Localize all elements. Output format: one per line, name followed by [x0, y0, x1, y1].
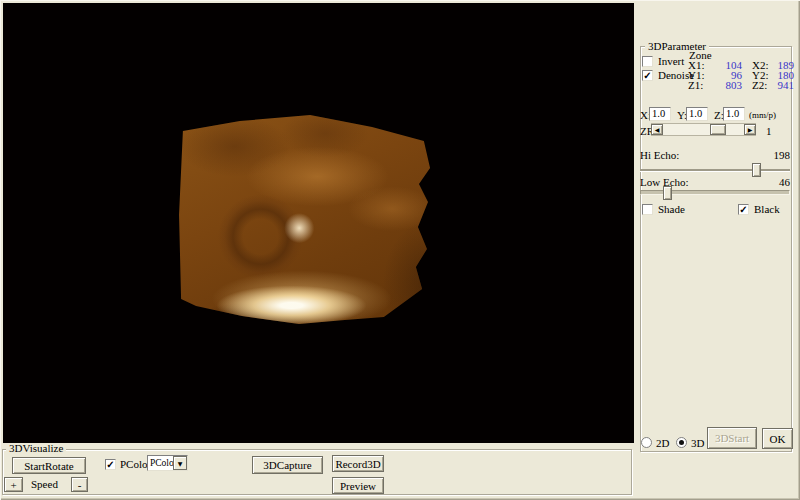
zone-z1-value: 803 — [710, 80, 742, 90]
invert-label: Invert — [658, 56, 684, 67]
speed-plus-button[interactable]: + — [4, 477, 23, 492]
hi-echo-label: Hi Echo: — [640, 150, 679, 161]
ok-button[interactable]: OK — [762, 428, 793, 449]
zone-z2-label: Z2: — [752, 80, 774, 90]
denoise-checkbox[interactable]: ✓ — [642, 70, 653, 81]
zrate-scrollbar[interactable]: ◀ ▶ — [651, 123, 756, 136]
low-echo-thumb[interactable] — [663, 186, 672, 200]
zrate-value: 1 — [766, 126, 772, 137]
scroll-right-icon[interactable]: ▶ — [744, 124, 756, 135]
capture-button[interactable]: 3DCapture — [252, 456, 323, 474]
viewport-3d[interactable] — [3, 3, 634, 443]
zone-row-z: Z1: 803 Z2: 941 — [688, 80, 794, 90]
start-rotate-button[interactable]: StartRotate — [12, 457, 86, 474]
ultrasound-render — [178, 112, 436, 327]
start3d-button[interactable]: 3DStart — [707, 427, 757, 449]
chevron-down-icon[interactable]: ▼ — [173, 456, 187, 470]
scroll-left-icon[interactable]: ◀ — [651, 124, 663, 135]
visualize-group-title: 3DVisualize — [6, 443, 66, 454]
hi-echo-thumb[interactable] — [752, 163, 761, 177]
scale-x-input[interactable]: 1.0 — [649, 107, 671, 121]
pcolor-select[interactable]: PColor ▼ — [147, 455, 188, 471]
shade-checkbox[interactable]: ✓ — [642, 204, 653, 215]
parameter-group-title: 3DParameter — [645, 41, 709, 52]
check-icon: ✓ — [739, 205, 748, 214]
check-icon: ✓ — [643, 71, 652, 80]
low-echo-slider[interactable] — [640, 186, 790, 200]
pcolor-checkbox[interactable]: ✓ — [105, 459, 116, 470]
shade-label: Shade — [658, 204, 685, 215]
zone-z2-value: 941 — [774, 80, 794, 90]
record-button[interactable]: Record3D — [332, 455, 384, 472]
radio-3d-label: 3D — [691, 438, 704, 449]
radio-2d[interactable] — [641, 437, 652, 448]
hi-echo-slider[interactable] — [640, 163, 790, 177]
radio-2d-label: 2D — [656, 438, 669, 449]
radio-dot — [679, 440, 684, 445]
zone-table: X1: 104 X2: 189 Y1: 96 Y2: 180 Z1: 803 Z… — [688, 60, 794, 90]
zrate-scroll-thumb[interactable] — [710, 124, 726, 135]
check-icon: ✓ — [106, 460, 115, 469]
black-checkbox[interactable]: ✓ — [738, 204, 749, 215]
speed-minus-button[interactable]: - — [71, 477, 88, 492]
radio-3d[interactable] — [676, 437, 687, 448]
hi-echo-value: 198 — [768, 150, 790, 161]
black-label: Black — [754, 204, 780, 215]
scale-z-input[interactable]: 1.0 — [723, 107, 745, 121]
scale-unit-label: (mm/p) — [749, 110, 776, 121]
scale-y-input[interactable]: 1.0 — [686, 107, 708, 121]
zone-z1-label: Z1: — [688, 80, 710, 90]
invert-checkbox[interactable]: ✓ — [642, 56, 653, 67]
hi-echo-track — [640, 169, 790, 171]
speed-label: Speed — [31, 479, 58, 490]
preview-button[interactable]: Preview — [332, 477, 384, 494]
